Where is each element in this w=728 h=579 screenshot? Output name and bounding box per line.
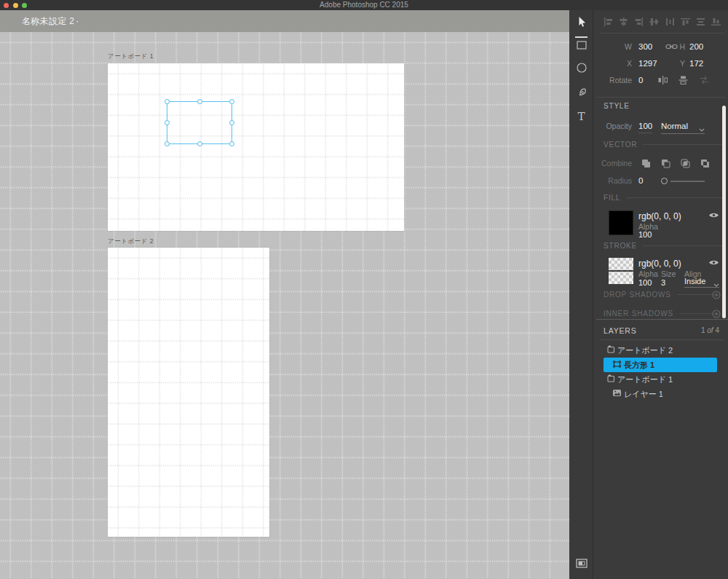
add-inner-shadow-icon[interactable] — [712, 310, 721, 318]
combine-subtract-icon[interactable] — [661, 159, 670, 168]
align-vertical-center-icon[interactable] — [649, 17, 659, 26]
layers-count: 1 of 4 — [701, 326, 719, 336]
add-drop-shadow-icon[interactable] — [712, 291, 721, 299]
divider — [601, 33, 724, 34]
handle-bottom-left[interactable] — [165, 141, 170, 146]
stroke-alpha-label: Alpha — [638, 269, 658, 278]
handle-bottom-right[interactable] — [229, 141, 234, 146]
handle-middle-left[interactable] — [165, 120, 170, 125]
stroke-align-dropdown[interactable]: Inside — [684, 277, 719, 288]
artboard-tool-button[interactable] — [569, 559, 593, 572]
fill-visibility-eye-icon[interactable] — [708, 212, 719, 218]
pen-tool-icon — [573, 85, 589, 102]
ellipse-tool-icon — [577, 63, 587, 75]
document-title: 名称未設定 2 — [22, 16, 74, 26]
align-bottom-icon[interactable] — [711, 17, 721, 26]
width-field[interactable]: 300 — [638, 41, 652, 52]
fill-section-header: FILL — [604, 194, 722, 202]
move-tool-button[interactable] — [569, 16, 593, 29]
chevron-down-icon — [699, 123, 705, 135]
layer-row-layer-1[interactable]: レイヤー 1 — [593, 387, 728, 401]
image-layer-icon — [612, 389, 622, 397]
handle-middle-right[interactable] — [229, 120, 234, 125]
document-tab-bar: 名称未設定 2· — [0, 10, 569, 32]
distribute-vertical-icon[interactable] — [696, 17, 705, 26]
handle-top-center[interactable] — [197, 99, 202, 104]
height-field[interactable]: 200 — [689, 41, 703, 52]
fill-header-label: FILL — [604, 194, 620, 202]
pen-tool-button[interactable] — [569, 87, 593, 100]
y-field[interactable]: 172 — [689, 58, 703, 69]
rectangle-tool-button[interactable] — [569, 41, 593, 54]
swap-icon[interactable] — [700, 76, 709, 84]
artboard-1-label[interactable]: アートボード 1 — [108, 52, 154, 61]
blend-mode-dropdown[interactable]: Normal — [661, 120, 705, 134]
combine-exclude-icon[interactable] — [700, 159, 710, 168]
properties-panel: W 300 H 200 X 1297 Y 172 Rotate 0 STYLE … — [593, 10, 728, 579]
fill-alpha-field[interactable]: 100 — [638, 230, 652, 239]
artboard-2[interactable] — [108, 248, 269, 537]
layer-row-artboard-1[interactable]: アートボード 1 — [593, 372, 728, 387]
radius-field[interactable]: 0 — [638, 175, 643, 186]
distribute-horizontal-icon[interactable] — [665, 17, 675, 26]
layer-row-rectangle-1-selected[interactable]: 長方形 1 — [593, 358, 728, 372]
canvas[interactable]: アートボード 1 アートボード 2 — [0, 32, 569, 579]
handle-top-left[interactable] — [165, 99, 170, 104]
text-tool-button[interactable]: T — [569, 110, 593, 123]
text-tool-icon: T — [577, 110, 585, 123]
x-field[interactable]: 1297 — [638, 58, 657, 69]
radius-slider-knob[interactable] — [661, 178, 668, 184]
radius-label: Radius — [593, 175, 632, 186]
stroke-alpha-field[interactable]: 100 — [638, 278, 652, 287]
stroke-size-field[interactable]: 3 — [661, 278, 665, 287]
inner-shadows-header-label: INNER SHADOWS — [604, 310, 673, 318]
handle-top-right[interactable] — [229, 99, 234, 104]
drop-shadows-section-header: DROP SHADOWS — [604, 291, 713, 299]
opacity-field[interactable]: 100 — [638, 120, 652, 133]
combine-intersect-icon[interactable] — [681, 159, 690, 168]
artboard-1[interactable] — [108, 63, 404, 231]
combine-label: Combine — [593, 157, 632, 169]
y-label: Y — [675, 58, 685, 69]
fill-color-swatch[interactable] — [609, 210, 633, 235]
rectangle-layer-icon — [612, 360, 622, 369]
layer-row-artboard-2[interactable]: アートボード 2 — [593, 343, 728, 358]
align-top-icon[interactable] — [681, 17, 690, 26]
combine-unite-icon[interactable] — [641, 159, 651, 168]
artboard-2-label[interactable]: アートボード 2 — [108, 237, 154, 246]
window-title: Adobe Photoshop CC 2015 — [0, 0, 728, 10]
panel-scrollbar[interactable] — [722, 106, 726, 318]
stroke-visibility-eye-icon[interactable] — [708, 259, 719, 266]
divider — [609, 270, 633, 272]
layer-name: アートボード 1 — [617, 374, 673, 385]
blend-mode-value: Normal — [661, 122, 688, 130]
layer-name: レイヤー 1 — [624, 389, 663, 400]
divider — [643, 144, 722, 145]
divider — [596, 319, 728, 320]
divider — [679, 313, 713, 314]
flip-horizontal-icon[interactable] — [658, 76, 668, 84]
ellipse-tool-button[interactable] — [569, 63, 593, 76]
flip-vertical-icon[interactable] — [678, 76, 688, 84]
chevron-down-icon — [713, 280, 719, 288]
align-right-icon[interactable] — [634, 17, 644, 26]
unsaved-indicator: · — [76, 15, 79, 26]
vector-section-header: VECTOR — [604, 141, 722, 149]
document-tab[interactable]: 名称未設定 2· — [22, 10, 79, 32]
rectangle-tool-icon — [577, 41, 587, 53]
rotate-field[interactable]: 0 — [638, 74, 643, 86]
radius-slider-track[interactable] — [670, 181, 705, 182]
selected-rectangle[interactable] — [167, 101, 232, 144]
style-section-header: STYLE — [604, 102, 630, 110]
stroke-color-text: rgb(0, 0, 0) — [638, 259, 681, 269]
align-horizontal-center-icon[interactable] — [619, 17, 628, 26]
inner-shadows-section-header: INNER SHADOWS — [604, 310, 713, 318]
align-left-icon[interactable] — [604, 17, 613, 26]
height-label: H — [675, 41, 685, 52]
tool-strip: T — [569, 10, 593, 579]
stroke-header-label: STROKE — [604, 242, 637, 250]
title-bar: Adobe Photoshop CC 2015 — [0, 0, 728, 10]
stroke-color-swatch[interactable] — [609, 258, 633, 284]
handle-bottom-center[interactable] — [197, 141, 202, 146]
layer-name: 長方形 1 — [624, 360, 654, 371]
